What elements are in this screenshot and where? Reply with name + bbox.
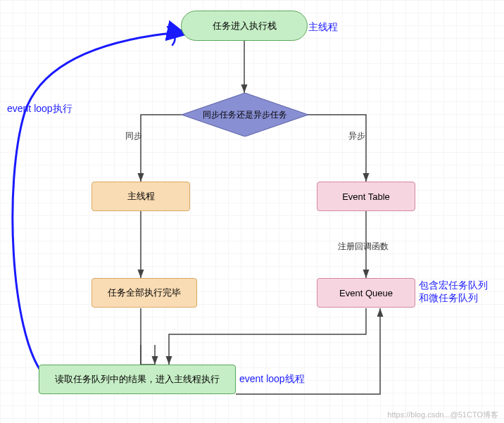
node-event-queue: Event Queue [317, 278, 415, 308]
node-all-done-label: 任务全部执行完毕 [108, 286, 181, 299]
node-event-queue-label: Event Queue [339, 288, 393, 298]
node-start-label: 任务进入执行栈 [213, 20, 277, 32]
edge-label-register: 注册回调函数 [338, 241, 389, 253]
edge-label-sync: 同步 [125, 130, 142, 142]
node-decision-label: 同步任务还是异步任务 [203, 109, 287, 121]
node-event-table: Event Table [317, 182, 415, 211]
node-read-queue: 读取任务队列中的结果，进入主线程执行 [39, 365, 236, 394]
node-decision: 同步任务还是异步任务 [182, 93, 308, 137]
node-main-thread: 主线程 [92, 182, 190, 211]
node-all-done: 任务全部执行完毕 [92, 278, 197, 308]
annotation-queue-note: 包含宏任务队列和微任务队列 [419, 279, 496, 304]
edge-label-async: 异步 [348, 130, 365, 142]
node-main-thread-label: 主线程 [127, 190, 155, 203]
annotation-event-loop-thread: event loop线程 [239, 373, 305, 386]
annotation-main-thread: 主线程 [308, 21, 338, 34]
node-event-table-label: Event Table [342, 191, 390, 202]
annotation-event-loop-exec: event loop执行 [7, 103, 73, 115]
watermark: https://blog.csdn...@51CTO博客 [387, 410, 498, 420]
node-start: 任务进入执行栈 [181, 11, 308, 41]
flowchart-edges [0, 0, 504, 423]
node-read-queue-label: 读取任务队列中的结果，进入主线程执行 [55, 373, 220, 386]
